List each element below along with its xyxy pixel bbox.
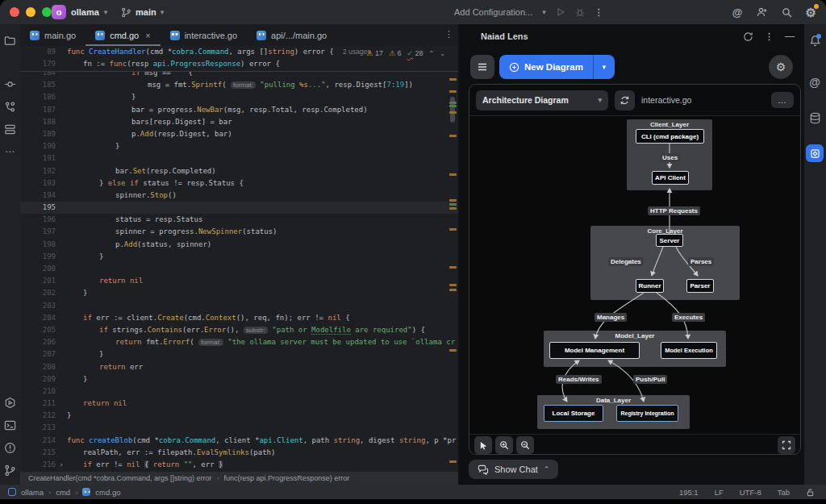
search-everywhere-icon[interactable]: [782, 7, 792, 18]
tab-cmd-go[interactable]: cmd.go ×: [86, 24, 161, 46]
diagram-more-button[interactable]: …: [771, 92, 794, 108]
code-line-186[interactable]: 186}: [20, 91, 458, 103]
code-line-195[interactable]: 195: [20, 202, 458, 214]
database-tool-icon[interactable]: [805, 106, 825, 129]
code-with-me-icon[interactable]: [757, 6, 768, 18]
stripe-mark[interactable]: [449, 228, 457, 231]
code-line-209[interactable]: 209}: [20, 373, 458, 385]
naiad-lens-tool-icon[interactable]: [805, 142, 825, 165]
code-line-194[interactable]: 194spinner.Stop(): [20, 190, 458, 202]
more-tools-icon[interactable]: ⋯: [0, 140, 20, 163]
code-line-185[interactable]: 185msg = fmt.Sprintf( format: "pulling %…: [20, 79, 458, 91]
code-line-206[interactable]: 206return fmt.Errorf( format: "the ollam…: [20, 336, 458, 348]
code-line-215[interactable]: 215realPath, err := filepath.EvalSymlink…: [20, 447, 458, 459]
commit-tool-icon[interactable]: [0, 73, 20, 95]
sync-diagram-button[interactable]: [615, 90, 635, 110]
stripe-mark[interactable]: [449, 102, 457, 104]
code-line-198[interactable]: 198p.Add(status, spinner): [20, 239, 458, 251]
branch-selector[interactable]: main ▾: [121, 4, 164, 20]
project-tool-icon[interactable]: [0, 29, 20, 52]
line-ending-indicator[interactable]: LF: [715, 488, 724, 497]
next-problem-icon[interactable]: ⌄: [440, 50, 445, 57]
code-line-199[interactable]: 199}: [20, 251, 458, 263]
code-line-208[interactable]: 208return err: [20, 361, 458, 373]
encoding-indicator[interactable]: UTF-8: [740, 488, 761, 497]
code-line-189[interactable]: 189p.Add(resp.Digest, bar): [20, 128, 458, 140]
code-line-216[interactable]: 216›if err != nil { return "", err }: [20, 459, 458, 471]
maximize-window-button[interactable]: [42, 7, 52, 17]
select-cursor-button[interactable]: [474, 436, 492, 454]
code-line-191[interactable]: 191: [20, 152, 458, 165]
structure-tool-icon[interactable]: [0, 118, 20, 140]
code-line-213[interactable]: 213: [20, 422, 458, 434]
tab-main-go[interactable]: main.go: [20, 24, 86, 46]
close-window-button[interactable]: [10, 7, 19, 17]
run-configuration-selector[interactable]: Add Configuration...: [454, 7, 532, 17]
status-breadcrumb[interactable]: ollama › cmd › cmd.go: [0, 488, 120, 497]
code-line-214[interactable]: 214func createBlob(cmd *cobra.Command, c…: [20, 435, 458, 447]
project-selector[interactable]: o ollama ▾: [52, 4, 107, 20]
code-line-197[interactable]: 197spinner = progress.NewSpinner(status): [20, 226, 458, 238]
new-diagram-button[interactable]: New Diagram: [499, 55, 593, 79]
stripe-mark[interactable]: [449, 460, 457, 463]
caret-position[interactable]: 195:1: [679, 488, 699, 497]
scrollbar-thumb[interactable]: [450, 97, 455, 123]
notifications-bell-icon[interactable]: [805, 29, 825, 52]
stripe-mark[interactable]: [449, 203, 457, 206]
stripe-mark[interactable]: [449, 199, 457, 202]
hide-panel-icon[interactable]: —: [785, 31, 795, 42]
version-control-tool-icon[interactable]: [0, 459, 20, 481]
code-line-212[interactable]: 212}: [20, 410, 458, 422]
debug-icon[interactable]: [575, 7, 585, 17]
read-lock-icon[interactable]: [806, 488, 815, 497]
stripe-mark[interactable]: [449, 90, 457, 93]
zoom-in-button[interactable]: [495, 436, 513, 454]
code-line-202[interactable]: 202}: [20, 287, 458, 299]
code-line-188[interactable]: 188bars[resp.Digest] = bar: [20, 116, 458, 128]
stripe-mark[interactable]: [449, 105, 457, 107]
ai-assistant-tool-icon[interactable]: @: [805, 71, 825, 94]
inspections-widget[interactable]: ⚠ 17 ⚠ 6 ✓ 28 ⌃ ⌄: [366, 49, 445, 57]
panel-options-kebab-icon[interactable]: ⋮: [765, 31, 774, 42]
stripe-mark[interactable]: [449, 349, 457, 352]
stripe-mark[interactable]: [449, 207, 457, 210]
run-icon[interactable]: [556, 7, 565, 17]
code-line-201[interactable]: 201return nil: [20, 275, 458, 287]
code-line-190[interactable]: 190}: [20, 140, 458, 152]
tab-api-main-go[interactable]: api/.../main.go: [247, 24, 336, 46]
error-stripe[interactable]: [447, 24, 458, 472]
code-editor[interactable]: 184if msg == "" {185msg = fmt.Sprintf( f…: [20, 67, 458, 472]
code-line-207[interactable]: 207}: [20, 348, 458, 360]
code-line-210[interactable]: 210: [20, 385, 458, 398]
panel-settings-gear-icon[interactable]: ⚙: [769, 55, 793, 79]
show-chat-button[interactable]: Show Chat ⌃: [469, 460, 558, 479]
indent-indicator[interactable]: Tab: [778, 488, 790, 497]
code-line-205[interactable]: 205if strings.Contains(err.Error(), subs…: [20, 324, 458, 336]
stripe-mark[interactable]: [449, 173, 457, 176]
more-actions-icon[interactable]: ⋮: [594, 7, 603, 18]
stripe-mark[interactable]: [449, 111, 457, 114]
problems-tool-icon[interactable]: [0, 436, 20, 459]
stripe-mark[interactable]: [449, 135, 457, 137]
stripe-mark[interactable]: [449, 78, 457, 81]
code-line-187[interactable]: 187bar = progress.NewBar(msg, resp.Total…: [20, 104, 458, 116]
vcs-graph-tool-icon[interactable]: [0, 95, 20, 118]
zoom-out-button[interactable]: [516, 436, 534, 454]
stripe-mark[interactable]: [449, 266, 457, 269]
code-line-193[interactable]: 193} else if status != resp.Status {: [20, 177, 458, 190]
close-tab-icon[interactable]: ×: [145, 31, 150, 40]
stripe-mark[interactable]: [449, 284, 457, 286]
settings-gear-icon[interactable]: ⚙: [806, 6, 816, 19]
ai-assistant-icon[interactable]: @: [732, 7, 743, 18]
refresh-icon[interactable]: [743, 31, 753, 42]
prev-problem-icon[interactable]: ⌃: [429, 50, 435, 57]
new-diagram-dropdown-arrow[interactable]: ▾: [594, 55, 615, 79]
stripe-mark[interactable]: [449, 289, 457, 291]
tab-interactive-go[interactable]: interactive.go: [161, 24, 247, 46]
code-line-196[interactable]: 196status = resp.Status: [20, 214, 458, 226]
panel-menu-button[interactable]: [470, 55, 494, 79]
terminal-tool-icon[interactable]: [0, 414, 20, 436]
fullscreen-button[interactable]: [778, 436, 795, 454]
diagram-canvas[interactable]: Client_Layer Core_Layer Model_Layer Data…: [469, 116, 800, 434]
minimize-window-button[interactable]: [26, 7, 35, 17]
